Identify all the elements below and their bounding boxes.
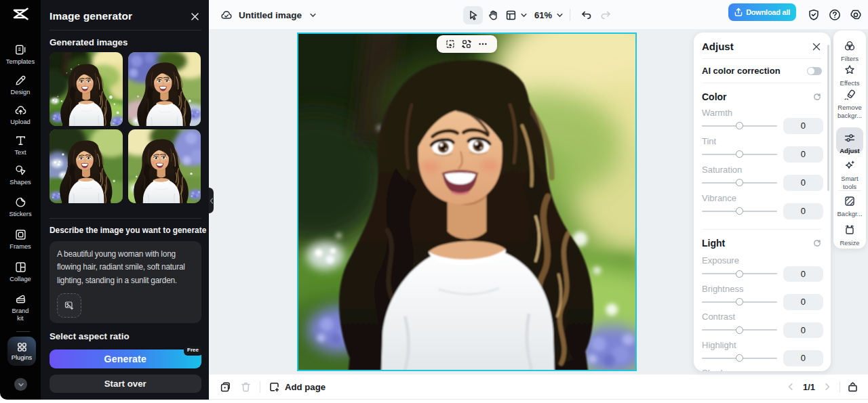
slider-label-shadow: Shadow: [702, 368, 734, 371]
sidebar-item-templates[interactable]: Templates: [0, 43, 41, 66]
page-indicator: 1/1: [803, 382, 815, 392]
close-adjust-icon[interactable]: [812, 42, 821, 51]
add-page-button[interactable]: Add page: [269, 381, 326, 393]
select-tool-button[interactable]: [463, 6, 483, 24]
privacy-shield-icon[interactable]: [808, 9, 820, 21]
color-section-title: Color: [702, 91, 727, 102]
undo-button[interactable]: [580, 9, 592, 21]
start-over-button[interactable]: Start over: [50, 375, 201, 393]
rail-more-button[interactable]: [14, 378, 27, 391]
zoom-level[interactable]: 61%: [534, 10, 552, 20]
generate-button[interactable]: Generate Free: [50, 349, 201, 368]
panel-divider: [50, 218, 201, 219]
help-icon[interactable]: [829, 9, 841, 21]
stickers-icon: [14, 196, 27, 209]
prompt-textarea[interactable]: A beautiful young woman with long flowin…: [50, 241, 201, 323]
select-area-icon[interactable]: [446, 39, 455, 49]
title-chevron-down-icon[interactable]: [309, 12, 317, 19]
slider-knob-vibrance[interactable]: [736, 207, 743, 215]
adjust-icon: [844, 132, 856, 144]
duplicate-page-icon[interactable]: [220, 381, 231, 393]
slider-knob-saturation[interactable]: [736, 179, 743, 186]
zoom-chevron-down-icon[interactable]: [556, 12, 564, 19]
hand-tool-button[interactable]: [483, 6, 502, 24]
generated-image-3[interactable]: [50, 129, 123, 203]
sidebar-item-brand-kit[interactable]: Brand kit: [0, 293, 41, 322]
layout-tool-button[interactable]: [502, 6, 519, 24]
free-badge: Free: [185, 346, 201, 354]
sidebar-item-shapes[interactable]: Shapes: [0, 164, 41, 186]
reset-color-icon[interactable]: [813, 93, 821, 101]
slider-value-highlight[interactable]: 0: [783, 350, 823, 366]
next-page-icon[interactable]: [823, 382, 832, 391]
tool-background[interactable]: Backgr...: [833, 195, 866, 218]
slider-knob-warmth[interactable]: [736, 122, 743, 129]
slider-value-warmth[interactable]: 0: [783, 118, 823, 134]
tool-adjust[interactable]: Adjust: [833, 132, 866, 155]
slider-value-contrast[interactable]: 0: [783, 322, 823, 339]
ai-color-correction-toggle[interactable]: [807, 67, 822, 75]
close-panel-icon[interactable]: [189, 11, 201, 22]
smart-tools-icon: [844, 160, 856, 172]
sidebar-item-stickers[interactable]: Stickers: [0, 196, 41, 218]
slider-knob-tint[interactable]: [736, 150, 743, 158]
adjust-panel: Adjust AI color correction Color Warmth0…: [694, 33, 831, 371]
slider-value-brightness[interactable]: 0: [783, 294, 823, 310]
download-all-button[interactable]: Download all: [728, 3, 796, 21]
collapse-panel-handle[interactable]: [209, 188, 214, 213]
generated-image-2[interactable]: [128, 52, 201, 126]
describe-label: Describe the image you want to generate: [50, 226, 206, 235]
settings-gear-icon[interactable]: [850, 9, 862, 21]
adjust-scrollbar[interactable]: [827, 45, 829, 191]
slider-knob-highlight[interactable]: [736, 354, 743, 362]
replace-icon[interactable]: [462, 39, 471, 49]
slider-value-saturation[interactable]: 0: [783, 175, 823, 191]
more-options-icon[interactable]: [478, 39, 488, 49]
pages-view-icon[interactable]: [847, 381, 859, 393]
image-generator-panel: Image generator Generated images Describ…: [41, 0, 209, 400]
sidebar-item-label: Shapes: [9, 179, 31, 186]
generated-image-4[interactable]: [128, 129, 201, 203]
sidebar-item-label: Upload: [10, 119, 30, 126]
document-title[interactable]: Untitled image: [239, 10, 302, 20]
slider-value-tint[interactable]: 0: [783, 146, 823, 163]
tool-remove-background[interactable]: Removebackgr...: [833, 89, 866, 119]
layout-chevron-down-icon[interactable]: [520, 12, 528, 19]
slider-knob-brightness[interactable]: [736, 298, 743, 305]
sidebar-item-frames[interactable]: Frames: [0, 228, 41, 251]
previous-page-icon[interactable]: [786, 382, 795, 391]
slider-label-vibrance: Vibrance: [702, 193, 736, 203]
toolbar-divider: [570, 9, 570, 21]
sidebar-item-label: Templates: [6, 58, 35, 66]
sidebar-item-upload[interactable]: Upload: [0, 104, 41, 126]
sidebar-item-plugins[interactable]: Plugins: [7, 337, 36, 366]
generated-images-grid: [50, 52, 201, 203]
sidebar-item-design[interactable]: Design: [0, 74, 41, 96]
generated-image-1[interactable]: [50, 52, 123, 126]
reset-light-icon[interactable]: [813, 239, 821, 247]
add-reference-image-button[interactable]: [57, 293, 81, 318]
sidebar-item-collage[interactable]: Collage: [0, 261, 41, 283]
panel-divider: [50, 30, 201, 30]
workspace: Untitled image 61% Download all: [209, 0, 868, 403]
light-section-title: Light: [702, 238, 725, 249]
selected-image[interactable]: [297, 33, 637, 371]
tool-filters[interactable]: Filters: [833, 40, 866, 63]
capcut-logo[interactable]: [12, 6, 29, 21]
tool-smart-tools[interactable]: Smarttools: [833, 160, 866, 190]
bottom-bar: Add page 1/1: [209, 375, 868, 400]
tool-resize[interactable]: Resize: [833, 224, 866, 247]
slider-knob-exposure[interactable]: [736, 270, 743, 278]
sidebar-item-label: Design: [11, 89, 31, 96]
sidebar-item-text[interactable]: Text: [0, 134, 41, 156]
top-toolbar: Untitled image 61% Download all: [209, 0, 868, 30]
tool-effects[interactable]: Effects: [833, 64, 866, 87]
slider-value-exposure[interactable]: 0: [783, 266, 823, 282]
templates-icon: [14, 43, 27, 56]
slider-knob-contrast[interactable]: [736, 326, 743, 334]
left-rail: Templates Design Upload Text Shapes Stic…: [0, 0, 41, 400]
sidebar-item-label: Brand kit: [9, 307, 32, 322]
delete-page-icon[interactable]: [240, 381, 252, 393]
slider-value-vibrance[interactable]: 0: [783, 203, 823, 219]
redo-button[interactable]: [600, 9, 612, 21]
